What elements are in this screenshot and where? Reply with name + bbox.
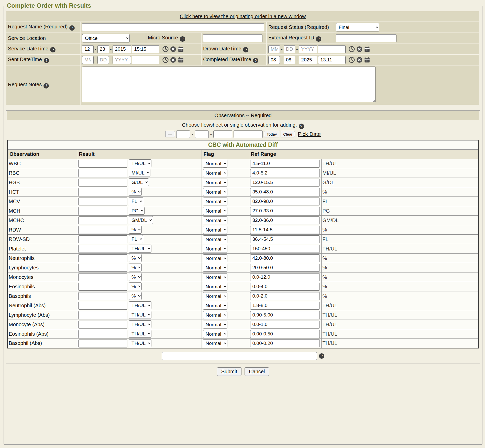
result-input[interactable] [78,169,127,177]
help-icon[interactable] [253,58,258,63]
clear-button[interactable]: Clear [281,131,295,137]
clock-icon[interactable] [348,57,355,63]
flag-select[interactable]: Normal [203,264,227,272]
service-time-input[interactable] [132,45,159,53]
help-icon[interactable] [44,58,49,63]
result-input[interactable] [78,254,127,262]
ref-range-input[interactable] [250,273,320,281]
result-input[interactable] [78,160,127,168]
calendar-icon[interactable] [364,46,370,52]
flag-select[interactable]: Normal [203,198,227,205]
flag-select[interactable]: Normal [203,160,227,168]
micro-source-input[interactable] [203,34,262,42]
result-unit-select[interactable]: % [129,254,142,262]
clear-date-icon[interactable] [356,46,363,52]
ref-range-input[interactable] [250,264,320,272]
request-status-select[interactable]: Final [336,23,379,31]
flag-select[interactable]: Normal [203,311,227,319]
result-input[interactable] [78,179,127,187]
flowsheet-time-input[interactable] [234,130,263,138]
result-unit-select[interactable]: TH/UL [129,330,151,338]
help-icon[interactable] [180,36,185,42]
ref-range-input[interactable] [250,179,320,187]
result-input[interactable] [78,292,127,300]
request-notes-textarea[interactable] [82,67,376,102]
ref-range-input[interactable] [250,169,320,177]
ref-range-input[interactable] [250,302,320,310]
flag-select[interactable]: Normal [203,330,227,338]
result-unit-select[interactable]: TH/UL [129,245,151,253]
result-input[interactable] [78,235,127,243]
flag-select[interactable]: Normal [203,245,227,253]
clear-date-icon[interactable] [170,57,177,63]
drawn-day-input[interactable] [284,45,295,53]
flag-select[interactable]: Normal [203,216,227,224]
calendar-icon[interactable] [364,57,370,63]
add-observation-input[interactable] [162,352,317,360]
ref-range-input[interactable] [250,160,320,168]
completed-time-input[interactable] [318,56,346,64]
clock-icon[interactable] [348,46,355,52]
ref-range-input[interactable] [250,188,320,196]
ref-range-input[interactable] [250,339,320,347]
ref-range-input[interactable] [250,283,320,291]
help-icon[interactable] [43,83,49,89]
flag-select[interactable]: Normal [203,188,227,196]
flag-select[interactable]: Normal [203,235,227,243]
result-input[interactable] [78,330,127,338]
service-day-input[interactable] [97,45,109,53]
ref-range-input[interactable] [250,330,320,338]
result-input[interactable] [78,311,127,319]
result-input[interactable] [78,302,127,310]
ref-range-input[interactable] [250,216,320,224]
result-unit-select[interactable]: % [129,188,142,196]
sent-time-input[interactable] [132,56,159,64]
flag-select[interactable]: Normal [203,339,227,347]
result-input[interactable] [78,264,127,272]
help-icon[interactable] [50,47,56,52]
flowsheet-month-input[interactable] [176,130,190,138]
result-unit-select[interactable]: G/DL [129,178,149,186]
result-input[interactable] [78,340,127,347]
result-unit-select[interactable]: TH/UL [129,339,151,347]
drawn-month-input[interactable] [268,45,280,53]
result-unit-select[interactable]: MI/UL [129,169,150,177]
result-unit-select[interactable]: % [129,264,142,271]
flag-select[interactable]: Normal [203,207,227,215]
result-unit-select[interactable]: % [129,226,142,234]
clock-icon[interactable] [162,57,169,63]
help-icon[interactable] [319,353,324,359]
result-input[interactable] [78,216,127,224]
result-unit-select[interactable]: % [129,292,142,300]
collapse-button[interactable]: — [165,131,175,137]
flag-select[interactable]: Normal [203,254,227,262]
result-input[interactable] [78,273,127,281]
result-unit-select[interactable]: FL [129,235,143,243]
request-name-input[interactable] [82,23,264,31]
ref-range-input[interactable] [250,207,320,215]
flowsheet-day-input[interactable] [195,130,209,138]
result-input[interactable] [78,226,127,234]
clock-icon[interactable] [162,46,169,52]
cancel-button[interactable]: Cancel [245,367,269,376]
submit-button[interactable]: Submit [217,367,241,376]
ref-range-input[interactable] [250,245,320,253]
completed-year-input[interactable] [299,56,317,64]
pick-date-link[interactable]: Pick Date [298,131,321,137]
clear-date-icon[interactable] [170,46,177,52]
today-button[interactable]: Today [264,131,279,137]
service-month-input[interactable] [82,45,94,53]
result-unit-select[interactable]: GM/DL [129,216,153,224]
result-input[interactable] [78,198,127,205]
sent-year-input[interactable] [113,56,131,64]
result-unit-select[interactable]: % [129,282,142,290]
help-icon[interactable] [69,25,75,31]
flowsheet-year-input[interactable] [213,130,232,138]
originating-order-link[interactable]: Click here to view the originating order… [180,14,306,19]
ref-range-input[interactable] [250,321,320,329]
calendar-icon[interactable] [178,46,184,52]
flag-select[interactable]: Normal [203,302,227,310]
ref-range-input[interactable] [250,235,320,243]
result-unit-select[interactable]: TH/UL [129,311,151,319]
help-icon[interactable] [316,36,321,42]
